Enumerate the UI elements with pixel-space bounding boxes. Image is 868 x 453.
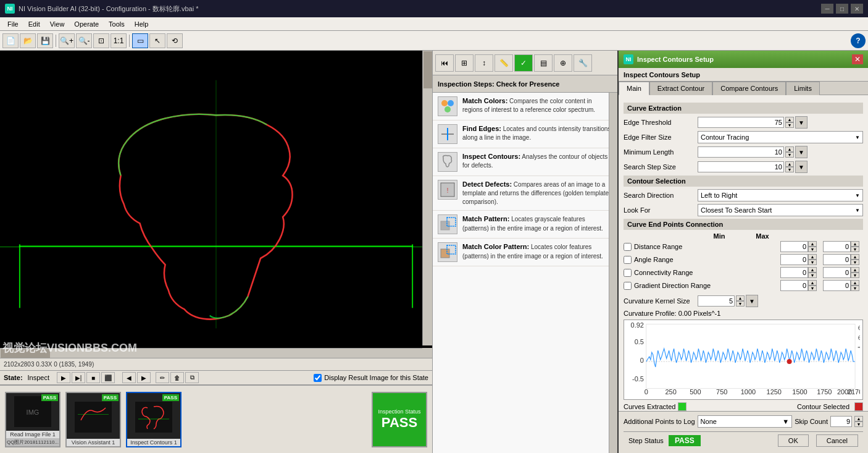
search-step-size-down[interactable]: ▼ (785, 167, 794, 172)
step-match-colors[interactable]: Match Colors: Compares the color content… (433, 93, 617, 121)
step-match-color-pattern[interactable]: Match Color Pattern: Locates color featu… (433, 239, 617, 266)
image-area[interactable]: 视觉论坛VISIONBBS.COM (0, 51, 432, 358)
lasso-button[interactable]: ⟲ (167, 33, 183, 48)
conn-min-up[interactable]: ▲ (808, 267, 817, 273)
gradient-direction-min-input[interactable] (780, 280, 808, 291)
step-match-pattern[interactable]: Match Pattern: Locates grayscale feature… (433, 211, 617, 239)
grad-min-down[interactable]: ▼ (808, 286, 817, 291)
steps-scrollbar[interactable] (609, 93, 617, 453)
grad-max-up[interactable]: ▲ (851, 280, 859, 286)
pointer-button[interactable]: ↖ (149, 33, 165, 48)
steps-btn-4[interactable]: 📏 (495, 54, 513, 72)
tab-compare-contours[interactable]: Compare Contours (712, 82, 786, 95)
angle-range-min-input[interactable] (780, 254, 808, 265)
gradient-direction-max-input[interactable] (823, 280, 851, 291)
steps-btn-tool[interactable]: 🔧 (574, 54, 592, 72)
thumbnail-inspect-contours[interactable]: PASS Inspect Contours 1 (126, 392, 182, 447)
zoom-100-button[interactable]: 1:1 (111, 33, 127, 48)
step-find-edges[interactable]: Find Edges: Locates and counts intensity… (433, 121, 617, 148)
search-direction-select[interactable]: Left to Right ▼ (698, 189, 863, 201)
look-for-select[interactable]: Closest To Search Start ▼ (698, 204, 863, 216)
steps-btn-1[interactable]: ⏮ (435, 54, 454, 72)
angle-max-down[interactable]: ▼ (851, 260, 859, 265)
menu-file[interactable]: File (2, 19, 23, 29)
thumbnail-read-image[interactable]: PASS IMG Read Image File 1 QQ图片201811121… (5, 392, 61, 447)
curvature-kernel-input[interactable] (698, 295, 735, 307)
distance-range-max-input[interactable] (823, 241, 851, 252)
rectangle-button[interactable]: ▭ (132, 33, 148, 48)
save-button[interactable]: 💾 (37, 33, 53, 48)
angle-min-down[interactable]: ▼ (808, 260, 817, 265)
gradient-direction-checkbox[interactable] (624, 282, 632, 290)
steps-btn-check[interactable]: ✓ (514, 54, 533, 72)
tab-limits[interactable]: Limits (786, 82, 820, 95)
menu-edit[interactable]: Edit (23, 19, 45, 29)
kernel-dropdown[interactable]: ▼ (746, 295, 758, 307)
menu-help[interactable]: Help (130, 19, 154, 29)
edge-threshold-input[interactable] (698, 117, 784, 128)
ok-button[interactable]: OK (778, 434, 809, 447)
zoom-out-button[interactable]: 🔍- (76, 33, 92, 48)
maximize-button[interactable]: □ (836, 4, 848, 14)
stop-all-button[interactable]: ⬛ (101, 372, 115, 383)
skip-count-up[interactable]: ▲ (854, 416, 863, 421)
dist-max-up[interactable]: ▲ (851, 241, 859, 247)
new-button[interactable]: 📄 (2, 33, 19, 48)
edit-button[interactable]: ✏ (156, 372, 169, 383)
steps-btn-3[interactable]: ↕ (475, 54, 493, 72)
dialog-close-button[interactable]: ✕ (852, 54, 863, 64)
step-button[interactable]: ▶| (72, 372, 85, 383)
search-step-size-up[interactable]: ▲ (785, 161, 794, 167)
steps-btn-barcode[interactable]: ▤ (534, 54, 553, 72)
help-button[interactable]: ? (851, 33, 866, 48)
thumbnail-vision-assistant[interactable]: PASS Vision Assistant 1 (65, 392, 121, 447)
vertical-scroll-thumb[interactable] (424, 51, 432, 88)
next-button[interactable]: ▶ (137, 372, 151, 383)
angle-range-max-input[interactable] (823, 254, 851, 265)
menu-tools[interactable]: Tools (104, 19, 130, 29)
edge-threshold-up[interactable]: ▲ (785, 117, 794, 122)
menu-view[interactable]: View (45, 19, 70, 29)
display-result-checkbox[interactable] (314, 374, 322, 382)
steps-list[interactable]: Match Colors: Compares the color content… (433, 93, 617, 453)
conn-max-up[interactable]: ▲ (851, 267, 859, 273)
conn-max-down[interactable]: ▼ (851, 273, 859, 278)
steps-btn-network[interactable]: ⊕ (554, 54, 572, 72)
close-button[interactable]: ✕ (851, 4, 863, 14)
kernel-up[interactable]: ▲ (736, 295, 745, 301)
minimum-length-up[interactable]: ▲ (785, 146, 794, 152)
connectivity-range-checkbox[interactable] (624, 269, 632, 277)
dist-max-down[interactable]: ▼ (851, 247, 859, 252)
distance-range-checkbox[interactable] (624, 243, 632, 251)
step-inspect-contours[interactable]: Inspect Contours: Analyses the contour o… (433, 148, 617, 176)
search-step-size-dropdown[interactable]: ▼ (795, 161, 807, 173)
stop-button[interactable]: ■ (86, 372, 100, 383)
additional-points-select[interactable]: None ▼ (698, 415, 793, 428)
copy-button[interactable]: ⧉ (185, 372, 199, 383)
grad-min-up[interactable]: ▲ (808, 280, 817, 286)
kernel-down[interactable]: ▼ (736, 301, 745, 307)
prev-button[interactable]: ◀ (122, 372, 136, 383)
minimize-button[interactable]: ─ (821, 4, 833, 14)
edge-filter-size-select[interactable]: Contour Tracing ▼ (698, 131, 863, 143)
edge-threshold-dropdown[interactable]: ▼ (795, 116, 807, 129)
menu-operate[interactable]: Operate (69, 19, 104, 29)
tab-main[interactable]: Main (619, 82, 649, 95)
distance-range-min-input[interactable] (780, 241, 808, 252)
search-step-size-input[interactable] (698, 161, 784, 172)
delete-button[interactable]: 🗑 (170, 372, 184, 383)
grad-max-down[interactable]: ▼ (851, 286, 859, 291)
connectivity-range-min-input[interactable] (780, 267, 808, 278)
dist-min-up[interactable]: ▲ (808, 241, 817, 247)
connectivity-range-max-input[interactable] (823, 267, 851, 278)
edge-threshold-down[interactable]: ▼ (785, 122, 794, 128)
skip-count-input[interactable] (830, 416, 852, 427)
dist-min-down[interactable]: ▼ (808, 247, 817, 252)
cancel-button[interactable]: Cancel (816, 434, 858, 447)
angle-max-up[interactable]: ▲ (851, 254, 859, 260)
tab-extract-contour[interactable]: Extract Contour (649, 82, 712, 95)
vertical-scrollbar[interactable] (422, 51, 432, 345)
minimum-length-dropdown[interactable]: ▼ (795, 146, 807, 158)
skip-count-down[interactable]: ▼ (854, 421, 863, 427)
angle-range-checkbox[interactable] (624, 256, 632, 264)
